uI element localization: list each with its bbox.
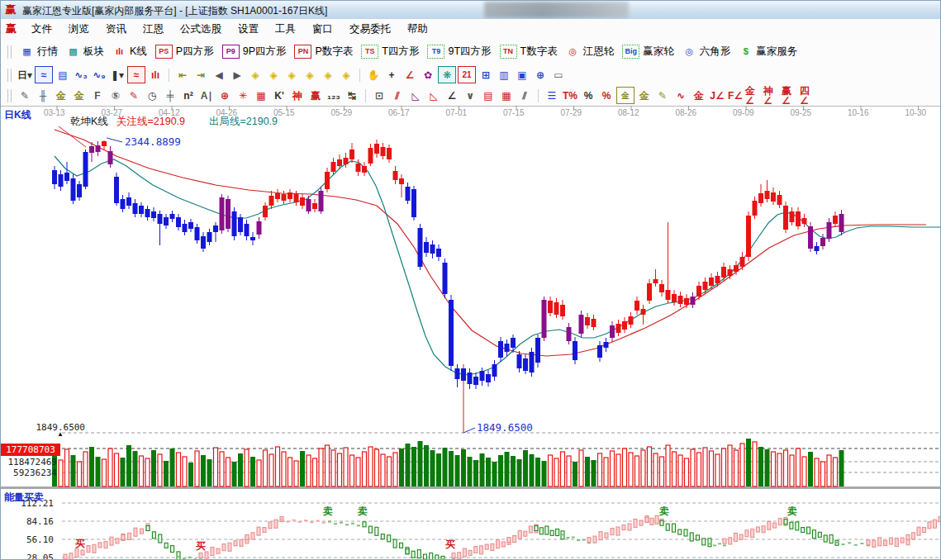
five-segment-icon[interactable]: ⑤: [107, 88, 124, 103]
percent-icon[interactable]: %: [580, 88, 596, 103]
period-dropdown-icon[interactable]: 日▾: [17, 67, 33, 83]
gold-angle-icon[interactable]: 金∠: [745, 88, 762, 103]
diamond-left-icon[interactable]: ◈: [247, 67, 264, 83]
diamond-both-icon[interactable]: ◈: [283, 67, 300, 83]
ying-angle-icon[interactable]: 赢∠: [782, 88, 798, 103]
toolbar-button-9p-square[interactable]: P99P四方形: [218, 42, 291, 61]
toolbar-drag-handle[interactable]: [7, 89, 12, 102]
toolbar-button-p-square[interactable]: PSP四方形: [151, 42, 218, 61]
a-marker-icon[interactable]: A∣: [198, 88, 215, 103]
diamond-cross-icon[interactable]: ◈: [320, 67, 336, 83]
toolbar-drag-handle[interactable]: [7, 45, 12, 59]
toolbar-button-sector-blocks[interactable]: ▩板块: [62, 42, 108, 61]
four-angle-icon[interactable]: 四∠: [800, 88, 816, 103]
k-note-icon[interactable]: K': [271, 88, 288, 103]
net-share-icon[interactable]: ⊕: [532, 67, 549, 83]
ruler-123-icon[interactable]: ₁₂₃: [326, 88, 342, 103]
percent-line-icon[interactable]: %: [598, 88, 615, 103]
time-cycle-icon[interactable]: ◷: [144, 88, 160, 103]
ying-segment-icon[interactable]: 赢: [307, 88, 324, 103]
volume-profile-icon[interactable]: ☰: [544, 88, 560, 103]
wave-3-icon[interactable]: ∿₃: [73, 67, 89, 83]
toolbar-button-winner-wheel[interactable]: Big赢家轮: [618, 42, 678, 61]
gold-segment-2-icon[interactable]: 金: [71, 88, 88, 103]
wave-amplitude-icon[interactable]: ∿: [672, 88, 689, 103]
gold-redline-icon[interactable]: 金: [691, 88, 707, 103]
toolbar-button-t-number-table[interactable]: TNT数字表: [496, 42, 562, 61]
zigzag-red-icon[interactable]: ≈: [127, 66, 145, 83]
candle-style-dropdown-icon[interactable]: ❚▾: [109, 67, 126, 83]
wave-9-icon[interactable]: ∿₉: [91, 67, 107, 83]
toolbar-button-t-square[interactable]: TST四方形: [357, 42, 423, 61]
toolbar-button-quote-table[interactable]: ▦行情: [16, 42, 62, 61]
toolbar-button-kline[interactable]: ılıK线: [108, 42, 151, 61]
angle-ruler-icon[interactable]: ∠: [402, 67, 418, 83]
skip-first-icon[interactable]: ⇤: [174, 67, 191, 83]
menu-item-5[interactable]: 设置: [230, 20, 267, 39]
candle-brush-icon[interactable]: ✎: [654, 88, 671, 103]
menu-item-0[interactable]: 文件: [23, 20, 60, 39]
n-square-icon[interactable]: n²: [180, 88, 197, 103]
fan-box-red-icon[interactable]: ◺: [425, 88, 442, 103]
menu-item-7[interactable]: 窗口: [304, 20, 341, 39]
calendar-21-icon[interactable]: 21: [458, 66, 476, 83]
menu-item-4[interactable]: 公式选股: [172, 20, 230, 39]
draw-brush-icon[interactable]: ✎: [17, 88, 33, 103]
red-circle-cross-icon[interactable]: ⊕: [216, 88, 233, 103]
menu-item-8[interactable]: 交易委托: [341, 20, 399, 39]
menu-item-2[interactable]: 资讯: [97, 20, 135, 39]
grid-wheel-icon[interactable]: ▦: [253, 88, 269, 103]
gann-fan-red-icon[interactable]: ⫽: [389, 88, 406, 103]
toolbar-button-gann-wheel[interactable]: ◎江恩轮: [562, 42, 619, 61]
price-grid-2-icon[interactable]: ▦: [498, 88, 515, 103]
star-wheel-icon[interactable]: ✳: [235, 88, 251, 103]
j-angle-icon[interactable]: J∠: [709, 88, 725, 103]
crosshair-tool-icon[interactable]: +: [383, 67, 400, 83]
gold-hline-icon[interactable]: 金: [636, 88, 653, 103]
red-brush-icon[interactable]: ✎: [126, 88, 142, 103]
toolbar-button-9t-square[interactable]: T99T四方形: [423, 42, 495, 61]
calculator-icon[interactable]: ⊞: [478, 67, 494, 83]
next-bar-icon[interactable]: ▶: [229, 67, 245, 83]
chart-canvas[interactable]: [1, 106, 940, 559]
grid-tool-icon[interactable]: ╫: [35, 88, 51, 103]
print-export-icon[interactable]: ▭: [550, 67, 567, 83]
width-measure-icon[interactable]: ↹: [344, 88, 360, 103]
save-disk-icon[interactable]: ▣: [514, 67, 530, 83]
shen-segment-icon[interactable]: 神: [289, 88, 306, 103]
toolbar-button-winner-service[interactable]: $赢家服务: [734, 42, 801, 61]
gold-segment-1-icon[interactable]: 金: [53, 88, 69, 103]
notepad-icon[interactable]: ▥: [496, 67, 512, 83]
box-tool-icon[interactable]: ⊡: [371, 88, 387, 103]
diamond-move-icon[interactable]: ◈: [338, 67, 354, 83]
f-segment-icon[interactable]: F: [89, 88, 106, 103]
histogram-red-icon[interactable]: ılı: [147, 67, 164, 83]
toolbar-button-hexagon[interactable]: ◎六角形: [678, 42, 735, 61]
diamond-right-icon[interactable]: ◈: [265, 67, 282, 83]
gann-flower-icon[interactable]: ✿: [420, 67, 436, 83]
diamond-vert-icon[interactable]: ◈: [302, 67, 318, 83]
info-doc-icon[interactable]: ▤: [55, 67, 71, 83]
f-angle-icon[interactable]: F∠: [727, 88, 744, 103]
price-grid-1-icon[interactable]: ▤: [480, 88, 497, 103]
menu-item-9[interactable]: 帮助: [399, 20, 436, 39]
toolbar-button-p-number-table[interactable]: PNP数字表: [290, 42, 357, 61]
wave-v-icon[interactable]: ∨: [462, 88, 478, 103]
hash-segment-icon[interactable]: ╪: [162, 88, 178, 103]
toolbar-drag-handle[interactable]: [7, 69, 12, 82]
zigzag-blue-icon[interactable]: ≈: [35, 66, 53, 83]
smart-analysis-icon[interactable]: ❋: [438, 66, 456, 83]
hand-tool-icon[interactable]: ✋: [365, 67, 382, 83]
gold-circle-icon[interactable]: 金: [616, 87, 634, 104]
angle-lines-icon[interactable]: ∠: [444, 88, 460, 103]
t-percent-icon[interactable]: T%: [562, 88, 578, 103]
menu-item-1[interactable]: 浏览: [60, 20, 97, 39]
shen-angle-icon[interactable]: 神∠: [763, 88, 780, 103]
menu-item-3[interactable]: 江恩: [135, 20, 172, 39]
fan-box-purple-icon[interactable]: ◺: [407, 88, 424, 103]
parallel-channel-icon[interactable]: ⫽: [516, 88, 533, 103]
skip-last-icon[interactable]: ⇥: [192, 67, 209, 83]
title-bar[interactable]: 赢 赢家江恩专业版[赢家内部服务平台] - [上证指数 SH1A0001-167…: [1, 1, 940, 20]
prev-bar-icon[interactable]: ◀: [211, 67, 227, 83]
menu-item-6[interactable]: 工具: [267, 20, 304, 39]
